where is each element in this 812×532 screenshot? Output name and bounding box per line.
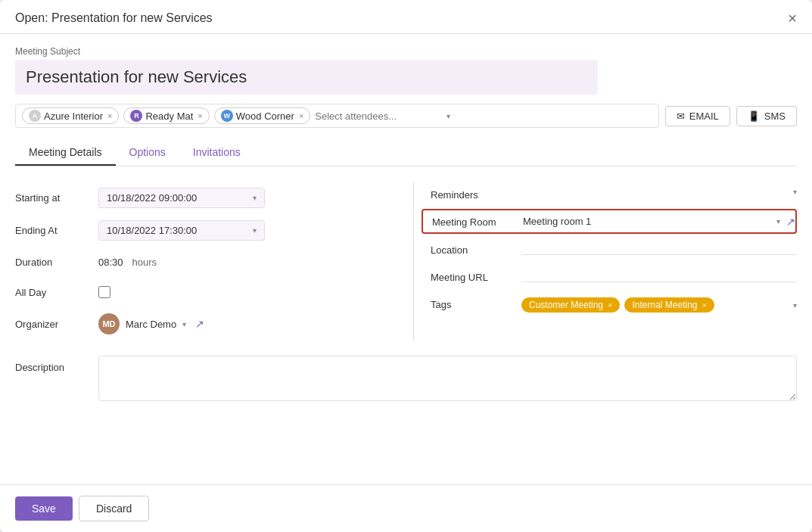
avatar-azure: A: [29, 110, 41, 122]
all-day-checkbox[interactable]: [98, 286, 110, 298]
organizer-dropdown-icon[interactable]: ▾: [182, 320, 186, 328]
reminders-dropdown-icon[interactable]: ▾: [793, 188, 797, 196]
organizer-field: MD Marc Demo ▾ ↗: [98, 313, 390, 334]
organizer-label: Organizer: [15, 319, 98, 330]
meeting-url-row: Meeting URL: [422, 264, 797, 291]
meeting-url-label: Meeting URL: [431, 270, 521, 283]
remove-azure[interactable]: ×: [107, 111, 112, 120]
description-label: Description: [15, 356, 98, 373]
duration-unit: hours: [132, 257, 157, 268]
sms-button[interactable]: 📱 SMS: [736, 106, 797, 126]
action-buttons: ✉ EMAIL 📱 SMS: [665, 106, 797, 126]
email-label: EMAIL: [689, 110, 719, 122]
ending-at-label: Ending At: [15, 225, 98, 236]
modal-title: Open: Presentation for new Services: [15, 11, 213, 25]
save-button[interactable]: Save: [15, 496, 73, 521]
meeting-subject-input[interactable]: [15, 60, 598, 95]
reminders-row: Reminders ▾: [422, 182, 797, 209]
tabs: Meeting Details Options Invitations: [15, 140, 797, 166]
meeting-subject-label: Meeting Subject: [15, 46, 797, 57]
ending-at-row: Ending At ▾: [15, 214, 390, 247]
starting-at-row: Starting at ▾: [15, 182, 390, 214]
tab-invitations[interactable]: Invitations: [179, 140, 254, 166]
remove-tag-internal[interactable]: ×: [702, 300, 707, 310]
phone-icon: 📱: [748, 110, 760, 122]
attendee-tag-azure: A Azure Interior ×: [22, 107, 119, 124]
location-label: Location: [431, 243, 521, 256]
tags-label: Tags: [431, 297, 521, 310]
sms-label: SMS: [764, 110, 786, 122]
attendees-input[interactable]: [315, 110, 442, 122]
tag-customer-label: Customer Meeting: [529, 300, 603, 310]
attendee-tag-ready: R Ready Mat ×: [123, 107, 209, 124]
ending-at-value[interactable]: [107, 225, 250, 236]
starting-at-value[interactable]: [107, 192, 250, 204]
meeting-room-input[interactable]: [523, 216, 773, 227]
remove-wood[interactable]: ×: [299, 111, 303, 120]
avatar-ready: R: [130, 110, 142, 122]
duration-value: 08:30: [98, 257, 123, 268]
meeting-room-dropdown-icon[interactable]: ▾: [776, 217, 780, 226]
avatar-wood: W: [221, 110, 233, 122]
meeting-room-field: ▾ ↗: [523, 216, 795, 228]
attendees-dropdown-arrow-icon[interactable]: ▾: [446, 112, 450, 120]
modal: Open: Presentation for new Services × Me…: [0, 0, 812, 532]
reminders-label: Reminders: [431, 188, 521, 201]
modal-footer: Save Discard: [0, 484, 812, 532]
form-left: Starting at ▾ Ending At ▾: [15, 182, 413, 341]
all-day-label: All Day: [15, 287, 98, 298]
tag-internal: Internal Meeting ×: [624, 297, 714, 313]
meeting-subject-section: Meeting Subject: [15, 46, 797, 95]
discard-button[interactable]: Discard: [79, 496, 149, 521]
organizer-avatar: MD: [98, 313, 120, 334]
starting-at-input[interactable]: ▾: [98, 188, 265, 208]
tab-meeting-details[interactable]: Meeting Details: [15, 140, 116, 166]
close-button[interactable]: ×: [788, 11, 797, 26]
organizer-external-link-icon[interactable]: ↗: [195, 318, 204, 330]
all-day-row: All Day: [15, 277, 390, 307]
all-day-field: [98, 286, 390, 298]
meeting-url-field: [521, 270, 797, 282]
attendees-wrapper[interactable]: A Azure Interior × R Ready Mat × W Wood …: [15, 104, 659, 128]
starting-at-field: ▾: [98, 188, 390, 208]
ending-at-dropdown-icon[interactable]: ▾: [253, 226, 257, 235]
attendee-name-wood: Wood Corner: [236, 110, 294, 122]
tags-field: Customer Meeting × Internal Meeting × ▾: [521, 297, 797, 313]
description-section: Description: [15, 356, 797, 401]
remove-ready[interactable]: ×: [198, 111, 202, 120]
meeting-room-row: Meeting Room ▾ ↗: [422, 209, 797, 234]
remove-tag-customer[interactable]: ×: [608, 300, 612, 310]
attendee-tag-wood: W Wood Corner ×: [214, 107, 311, 124]
attendee-name-azure: Azure Interior: [44, 110, 103, 122]
meeting-url-input[interactable]: [521, 270, 797, 282]
form-right: Reminders ▾ Meeting Room ▾ ↗ Loca: [413, 182, 797, 341]
modal-body: Meeting Subject A Azure Interior × R Rea…: [0, 34, 812, 484]
tag-customer: Customer Meeting ×: [521, 297, 620, 313]
description-textarea[interactable]: [98, 356, 797, 401]
envelope-icon: ✉: [677, 110, 685, 122]
tab-options[interactable]: Options: [116, 140, 179, 166]
form-area: Starting at ▾ Ending At ▾: [15, 182, 797, 341]
meeting-room-label: Meeting Room: [432, 215, 523, 228]
tags-dropdown-icon[interactable]: ▾: [793, 301, 797, 310]
location-row: Location: [422, 237, 797, 264]
ending-at-input[interactable]: ▾: [98, 220, 265, 241]
tags-row: Tags Customer Meeting × Internal Meeting…: [422, 291, 797, 319]
duration-field: 08:30 hours: [98, 257, 390, 268]
location-field: [521, 243, 797, 255]
attendees-row: A Azure Interior × R Ready Mat × W Wood …: [15, 104, 797, 128]
attendee-name-ready: Ready Mat: [145, 110, 193, 122]
organizer-name: Marc Demo: [126, 319, 176, 330]
organizer-row: Organizer MD Marc Demo ▾ ↗: [15, 307, 390, 341]
meeting-room-external-link-icon[interactable]: ↗: [786, 216, 795, 228]
duration-label: Duration: [15, 257, 98, 268]
location-input[interactable]: [521, 243, 797, 255]
tag-internal-label: Internal Meeting: [632, 300, 697, 310]
duration-row: Duration 08:30 hours: [15, 247, 390, 277]
reminders-field: ▾: [521, 188, 797, 196]
starting-at-dropdown-icon[interactable]: ▾: [253, 194, 257, 202]
modal-header: Open: Presentation for new Services ×: [0, 0, 812, 34]
starting-at-label: Starting at: [15, 192, 98, 204]
ending-at-field: ▾: [98, 220, 390, 241]
email-button[interactable]: ✉ EMAIL: [665, 106, 730, 126]
